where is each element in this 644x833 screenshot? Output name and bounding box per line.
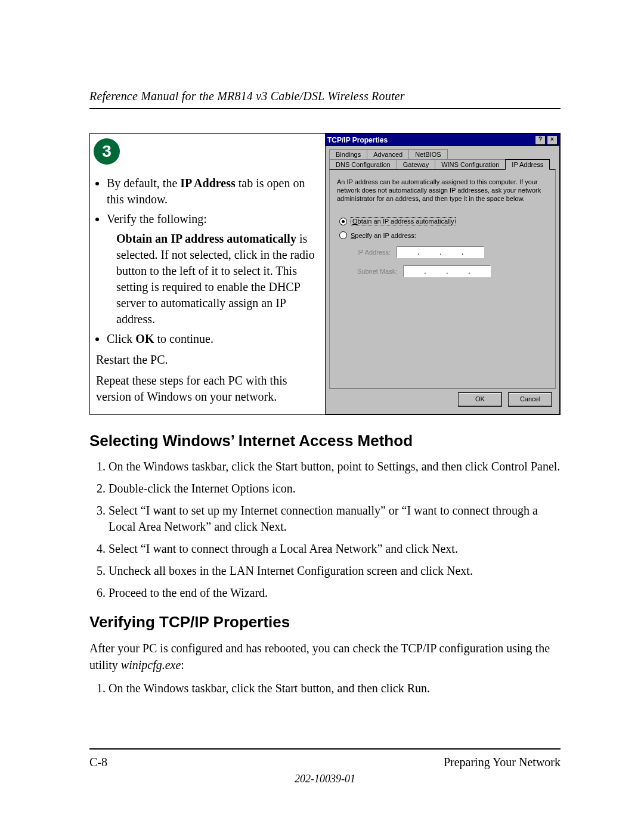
- bold-obtain-auto: Obtain an IP address automatically: [116, 232, 296, 245]
- tab-gateway[interactable]: Gateway: [397, 159, 435, 170]
- internet-access-steps: On the Windows taskbar, click the Start …: [109, 459, 561, 601]
- tab-dns-configuration[interactable]: DNS Configuration: [329, 159, 397, 170]
- ip-mode-radio-group: Obtain an IP address automatically Speci…: [339, 217, 548, 277]
- subnet-mask-field: Subnet Mask: . . .: [357, 265, 548, 277]
- subnet-mask-label: Subnet Mask:: [357, 268, 397, 275]
- running-header: Reference Manual for the MR814 v3 Cable/…: [89, 89, 561, 103]
- radio-dot-icon: [339, 231, 347, 239]
- dialog-body: Bindings Advanced NetBIOS DNS Configurat…: [326, 146, 559, 414]
- page-footer: C-8 Preparing Your Network 202-10039-01: [89, 736, 561, 785]
- dialog-description: An IP address can be automatically assig…: [337, 178, 548, 203]
- subnet-mask-input[interactable]: . . .: [403, 265, 491, 277]
- verifying-intro: After your PC is configured and has rebo…: [89, 640, 561, 673]
- restart-line: Restart the PC.: [96, 352, 320, 368]
- list-item: Double-click the Internet Options icon.: [109, 481, 561, 497]
- repeat-line: Repeat these steps for each PC with this…: [96, 373, 320, 405]
- ok-button[interactable]: OK: [458, 392, 502, 407]
- obtain-paragraph: Obtain an IP address automatically is se…: [116, 231, 320, 327]
- tab-ip-address[interactable]: IP Address: [505, 159, 550, 170]
- list-item: Proceed to the end of the Wizard.: [109, 585, 561, 601]
- bold-ok: OK: [135, 332, 154, 345]
- text: is selected. If not selected, click in t…: [116, 232, 315, 326]
- tcpip-properties-dialog: TCP/IP Properties ? × Bindings Advanced …: [325, 134, 560, 414]
- cancel-button[interactable]: Cancel: [508, 392, 552, 407]
- close-button[interactable]: ×: [547, 135, 558, 145]
- underline: O: [352, 218, 358, 225]
- help-button[interactable]: ?: [535, 135, 546, 145]
- list-item: On the Windows taskbar, click the Start …: [109, 459, 561, 475]
- text: to continue.: [157, 332, 213, 345]
- tab-bindings[interactable]: Bindings: [329, 149, 367, 159]
- tabs-row-1: Bindings Advanced NetBIOS: [329, 148, 556, 159]
- list-item: Select “I want to set up my Internet con…: [109, 503, 561, 535]
- text: By default, the: [107, 176, 180, 190]
- tab-panel-ip-address: An IP address can be automatically assig…: [329, 169, 556, 389]
- filename-winipcfg: winipcfg.exe: [121, 658, 181, 671]
- footer-section-name: Preparing Your Network: [444, 755, 561, 769]
- list-item: Uncheck all boxes in the LAN Internet Co…: [109, 563, 561, 579]
- bullet-verify: Verify the following:: [107, 211, 320, 227]
- bold-ip-address: IP Address: [180, 176, 235, 190]
- step-row: 3 By default, the IP Address tab is open…: [89, 133, 561, 415]
- radio-dot-selected-icon: [339, 218, 347, 225]
- radio-obtain-label: Obtain an IP address automatically: [351, 217, 456, 225]
- dialog-title: TCP/IP Properties: [327, 136, 388, 144]
- tab-netbios[interactable]: NetBIOS: [408, 149, 447, 159]
- bullet-click-ok: Click OK to continue.: [107, 331, 320, 347]
- step-number-badge: 3: [94, 138, 120, 165]
- tab-advanced[interactable]: Advanced: [367, 149, 409, 159]
- radio-obtain-automatically[interactable]: Obtain an IP address automatically: [339, 217, 548, 225]
- text: btain an IP address automatically: [358, 218, 454, 225]
- header-rule: [89, 108, 561, 109]
- section-heading-internet-access: Selecting Windows’ Internet Access Metho…: [89, 432, 561, 450]
- section-heading-verifying-tcpip: Verifying TCP/IP Properties: [89, 613, 561, 631]
- list-item: On the Windows taskbar, click the Start …: [109, 680, 561, 696]
- radio-specify-label: Specify an IP address:: [351, 232, 416, 239]
- page-number: C-8: [89, 755, 107, 769]
- step-instructions: 3 By default, the IP Address tab is open…: [90, 134, 325, 414]
- tab-wins-configuration[interactable]: WINS Configuration: [435, 159, 506, 170]
- bullet-ip-address: By default, the IP Address tab is open o…: [107, 175, 320, 208]
- footer-doc-number: 202-10039-01: [89, 773, 561, 785]
- list-item: Select “I want to connect through a Loca…: [109, 541, 561, 557]
- text: pecify an IP address:: [355, 232, 416, 239]
- dialog-figure: TCP/IP Properties ? × Bindings Advanced …: [325, 134, 560, 414]
- tabs-row-2: DNS Configuration Gateway WINS Configura…: [329, 159, 556, 169]
- text: Click: [107, 332, 135, 345]
- dialog-titlebar: TCP/IP Properties ? ×: [326, 134, 559, 146]
- text: :: [181, 658, 184, 671]
- ip-address-field: IP Address: . . .: [357, 246, 548, 258]
- verifying-steps: On the Windows taskbar, click the Start …: [109, 680, 561, 696]
- ip-address-label: IP Address:: [357, 249, 391, 256]
- ip-address-input[interactable]: . . .: [397, 246, 484, 258]
- page: Reference Manual for the MR814 v3 Cable/…: [0, 0, 644, 833]
- dialog-button-row: OK Cancel: [329, 389, 556, 410]
- footer-rule: [89, 748, 561, 750]
- radio-specify-ip[interactable]: Specify an IP address:: [339, 231, 548, 239]
